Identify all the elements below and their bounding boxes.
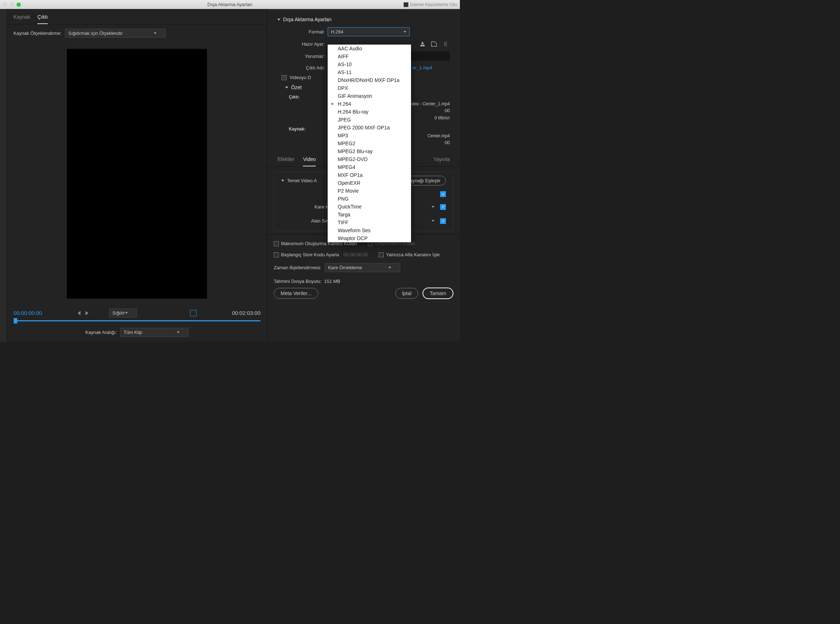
preview-area: [7, 42, 267, 306]
chevron-down-icon: [404, 31, 406, 33]
current-timecode[interactable]: 00:00:00:00: [14, 310, 42, 316]
left-strip: [0, 9, 7, 342]
export-settings-title: Dışa Aktarma Ayarları: [283, 17, 331, 22]
metadata-button[interactable]: Meta Veriler...: [274, 288, 318, 299]
format-option[interactable]: PNG: [328, 195, 411, 203]
chevron-down-icon: [154, 32, 157, 34]
window-title: Dışa Aktarma Ayarları: [207, 2, 252, 7]
format-option[interactable]: MPEG2 Blu-ray: [328, 147, 411, 155]
import-preset-icon[interactable]: [430, 41, 438, 47]
format-label: Format:: [277, 29, 325, 34]
tab-source[interactable]: Kaynak: [14, 12, 31, 24]
close-window[interactable]: [3, 3, 7, 7]
timeline-slider[interactable]: [14, 320, 260, 321]
estimated-size-value: 151 MB: [324, 279, 340, 284]
format-dropdown-menu[interactable]: AAC AudioAIFFAS-10AS-11DNxHR/DNxHD MXF O…: [328, 45, 411, 242]
comments-label: Yorumlar:: [277, 54, 325, 59]
format-dropdown[interactable]: H.264: [328, 27, 410, 36]
source-range-value: Tüm Klip: [123, 330, 142, 335]
source-scaling-value: Sığdırmak için Ölçeklendir: [68, 31, 123, 36]
titlebar: Dışa Aktarma Ayarları İzleme Klasörlerin…: [0, 0, 460, 9]
estimated-size-label: Tahmini Dosya Boyutu:: [274, 279, 322, 284]
tab-output[interactable]: Çıktı: [37, 12, 48, 24]
source-scaling-dropdown[interactable]: Sığdırmak için Ölçeklendir: [65, 29, 166, 38]
watch-folders-label: İzleme Klasörlerini Oto: [410, 2, 457, 7]
tab-effects[interactable]: Efektler: [277, 153, 294, 167]
format-option[interactable]: DNxHR/DNxHD MXF OP1a: [328, 76, 411, 84]
step-forward-icon[interactable]: [85, 311, 88, 315]
export-settings-header[interactable]: Dışa Aktarma Ayarları: [267, 11, 460, 25]
format-option[interactable]: DPX: [328, 84, 411, 92]
frame-rate-label: Kare Hızı:: [281, 204, 335, 210]
tab-publish[interactable]: Yayınla: [433, 153, 450, 167]
watch-folders-checkbox[interactable]: [404, 2, 408, 7]
format-option[interactable]: QuickTime: [328, 203, 411, 211]
step-back-icon[interactable]: [78, 311, 80, 315]
format-option[interactable]: AIFF: [328, 53, 411, 60]
duration-timecode: 00:02:03:00: [232, 310, 260, 316]
chevron-down-icon: [125, 312, 128, 314]
tab-video[interactable]: Video: [303, 153, 316, 167]
start-timecode-checkbox[interactable]: [274, 252, 279, 257]
format-value: H.264: [331, 29, 344, 34]
frame-rate-link-checkbox[interactable]: [440, 204, 446, 210]
playhead[interactable]: [14, 318, 17, 323]
format-option[interactable]: Targa: [328, 211, 411, 219]
format-option[interactable]: JPEG: [328, 116, 411, 124]
format-option[interactable]: H.264: [328, 100, 411, 108]
chevron-down-icon: [285, 86, 288, 88]
chevron-down-icon: [388, 267, 391, 269]
export-video-label: Videoyu D: [290, 75, 311, 80]
maximize-window[interactable]: [17, 3, 21, 7]
chevron-down-icon: [432, 206, 435, 208]
source-scaling-label: Kaynak Ölçeklendirme:: [14, 31, 62, 36]
alpha-only-label: Yalnızca Alfa Kanalını İşle: [386, 252, 439, 257]
field-order-link-checkbox[interactable]: [440, 218, 446, 224]
format-option[interactable]: OpenEXR: [328, 179, 411, 187]
summary-title: Özet: [291, 85, 302, 90]
cancel-button[interactable]: İptal: [395, 288, 418, 299]
format-option[interactable]: AS-10: [328, 60, 411, 68]
format-option[interactable]: TIFF: [328, 219, 411, 227]
chevron-down-icon: [177, 331, 180, 333]
format-option[interactable]: AAC Audio: [328, 45, 411, 53]
output-name-label: Çıktı Adı:: [277, 65, 325, 71]
max-render-quality-checkbox[interactable]: [274, 241, 279, 246]
preset-label: Hazır Ayar:: [277, 41, 325, 47]
save-preset-icon[interactable]: [419, 41, 426, 47]
start-timecode-label: Başlangıç Süre Kodu Ayarla: [281, 252, 339, 257]
format-option[interactable]: P2 Movie: [328, 187, 411, 195]
format-option[interactable]: H.264 Blu-ray: [328, 108, 411, 116]
source-range-label: Kaynak Aralığı:: [85, 330, 117, 335]
zoom-fit-label: Sığdır: [113, 310, 125, 316]
format-option[interactable]: MXF OP1a: [328, 171, 411, 179]
minimize-window[interactable]: [10, 3, 14, 7]
format-option[interactable]: AS-11: [328, 68, 411, 76]
format-option[interactable]: MP3: [328, 131, 411, 139]
chevron-down-icon: [277, 19, 280, 20]
delete-preset-icon[interactable]: [442, 41, 449, 47]
output-name-link[interactable]: er_1.mp4: [413, 65, 432, 71]
chevron-down-icon: [432, 220, 435, 222]
format-option[interactable]: Waveform Ses: [328, 227, 411, 234]
field-order-label: Alan Sırası:: [281, 218, 335, 224]
time-interpolation-value: Kare Örnekleme: [328, 265, 362, 270]
time-interpolation-dropdown[interactable]: Kare Örnekleme: [325, 263, 400, 272]
time-interpolation-label: Zaman İlişkilendirmesi:: [274, 265, 321, 270]
format-option[interactable]: MPEG2: [328, 139, 411, 147]
source-range-dropdown[interactable]: Tüm Klip: [120, 328, 189, 337]
video-preview[interactable]: [67, 49, 207, 299]
format-option[interactable]: MPEG4: [328, 163, 411, 171]
format-option[interactable]: MPEG2-DVD: [328, 155, 411, 163]
link-checkbox[interactable]: [440, 191, 446, 197]
alpha-only-checkbox[interactable]: [379, 252, 384, 257]
ok-button[interactable]: Tamam: [422, 287, 453, 299]
chevron-down-icon: [281, 180, 284, 182]
zoom-fit-dropdown[interactable]: Sığdır: [109, 308, 137, 317]
format-option[interactable]: JPEG 2000 MXF OP1a: [328, 124, 411, 131]
format-option[interactable]: GIF Animasyon: [328, 92, 411, 100]
crop-output-icon[interactable]: [190, 310, 197, 316]
export-video-checkbox[interactable]: [282, 75, 287, 80]
format-option[interactable]: Wraptor DCP: [328, 234, 411, 242]
start-timecode-value: 00:00:00:00: [344, 252, 368, 257]
